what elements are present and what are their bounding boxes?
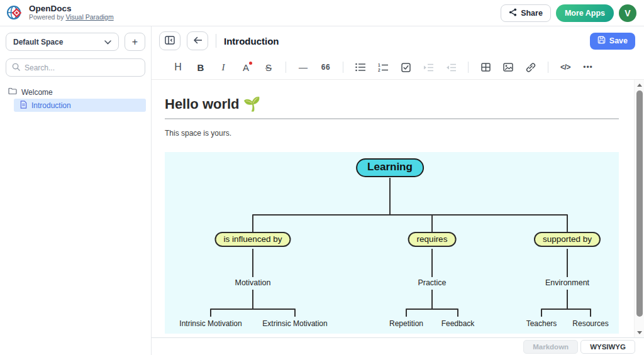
mindmap-leaf-label[interactable]: Feedback bbox=[441, 319, 475, 328]
color-dot-icon bbox=[249, 62, 252, 65]
task-list-button[interactable] bbox=[399, 60, 412, 75]
doc-header: Introduction Save bbox=[152, 26, 644, 55]
italic-button[interactable]: I bbox=[217, 60, 230, 75]
doc-heading: Hello world 🌱 bbox=[165, 96, 619, 112]
divider bbox=[548, 62, 548, 73]
mindmap-leaf-label[interactable]: Extrinsic Motivation bbox=[262, 319, 327, 328]
tree-item-introduction[interactable]: Introduction bbox=[14, 99, 146, 112]
mindmap-branch-label[interactable]: Practice bbox=[418, 278, 446, 287]
avatar[interactable]: V bbox=[619, 4, 636, 22]
table-button[interactable] bbox=[479, 60, 492, 75]
space-selector[interactable]: Default Space bbox=[6, 33, 119, 51]
divider bbox=[343, 62, 343, 73]
code-button[interactable]: </> bbox=[559, 60, 572, 75]
search-icon bbox=[12, 62, 20, 74]
svg-text:1: 1 bbox=[378, 63, 380, 67]
heading-rule bbox=[165, 118, 619, 119]
panel-toggle-icon bbox=[165, 36, 175, 46]
opendocs-app: OpenDocs Powered by Visual Paradigm Shar… bbox=[0, 0, 644, 355]
strikethrough-button[interactable]: S bbox=[262, 60, 275, 75]
opendocs-logo-icon bbox=[6, 4, 24, 22]
mindmap-connector-node[interactable]: is influenced by bbox=[214, 232, 291, 247]
heading-button[interactable]: H bbox=[172, 60, 184, 75]
divider bbox=[216, 34, 216, 48]
powered-by: Powered by Visual Paradigm bbox=[29, 14, 114, 21]
toggle-sidebar-button[interactable] bbox=[159, 31, 180, 50]
more-options-button[interactable]: ••• bbox=[582, 60, 594, 75]
add-space-button[interactable]: + bbox=[125, 33, 145, 51]
outdent-button[interactable] bbox=[445, 60, 457, 75]
link-button[interactable] bbox=[525, 60, 537, 75]
mindmap-branch-label[interactable]: Motivation bbox=[235, 278, 271, 287]
svg-text:2: 2 bbox=[378, 68, 380, 72]
wysiwyg-mode-button[interactable]: WYSIWYG bbox=[580, 340, 635, 354]
mindmap-connector-node[interactable]: requires bbox=[408, 232, 457, 247]
search-input[interactable] bbox=[25, 63, 139, 72]
scroll-up-icon[interactable] bbox=[635, 80, 644, 89]
back-arrow-icon bbox=[193, 36, 203, 46]
scrollbar-thumb[interactable] bbox=[636, 90, 643, 317]
mindmap-leaf-label[interactable]: Repetition bbox=[389, 319, 423, 328]
mindmap-leaf-label[interactable]: Teachers bbox=[526, 319, 557, 328]
folder-icon bbox=[8, 87, 17, 97]
chevron-down-icon bbox=[104, 38, 111, 46]
horizontal-rule-button[interactable]: — bbox=[297, 60, 309, 75]
save-button[interactable]: Save bbox=[590, 33, 635, 50]
share-button[interactable]: Share bbox=[501, 4, 551, 22]
mindmap-branch-label[interactable]: Environment bbox=[545, 278, 589, 287]
divider bbox=[286, 62, 286, 73]
header-actions: Share More Apps V bbox=[501, 4, 636, 22]
brand-text: OpenDocs Powered by Visual Paradigm bbox=[29, 4, 114, 21]
editor-canvas[interactable]: Hello world 🌱 This space is yours. bbox=[152, 80, 644, 337]
text-color-button[interactable]: A bbox=[240, 60, 252, 75]
back-button[interactable] bbox=[187, 31, 208, 50]
save-icon bbox=[597, 36, 606, 46]
mindmap-root-node[interactable]: Learning bbox=[356, 158, 424, 177]
vertical-scrollbar[interactable] bbox=[634, 80, 644, 337]
doc-paragraph: This space is yours. bbox=[165, 129, 619, 138]
mindmap-connector-node[interactable]: supported by bbox=[534, 232, 601, 247]
more-apps-button[interactable]: More Apps bbox=[556, 4, 614, 22]
markdown-mode-button[interactable]: Markdown bbox=[523, 340, 578, 354]
blockquote-button[interactable]: 66 bbox=[319, 60, 332, 75]
visual-paradigm-link[interactable]: Visual Paradigm bbox=[65, 13, 113, 21]
editor-mode-bar: Markdown WYSIWYG bbox=[152, 337, 644, 355]
sidebar: Default Space + Welcome bbox=[0, 26, 152, 355]
formatting-toolbar: H B I A S — 66 12 bbox=[152, 55, 644, 80]
page-title: Introduction bbox=[224, 36, 279, 46]
mindmap-leaf-label[interactable]: Intrinsic Motivation bbox=[179, 319, 242, 328]
app-name: OpenDocs bbox=[29, 4, 114, 14]
brand: OpenDocs Powered by Visual Paradigm bbox=[6, 4, 114, 22]
app-header: OpenDocs Powered by Visual Paradigm Shar… bbox=[0, 0, 644, 26]
image-button[interactable] bbox=[502, 60, 514, 75]
document-icon bbox=[19, 101, 27, 111]
bold-button[interactable]: B bbox=[194, 60, 207, 75]
share-icon bbox=[509, 8, 517, 18]
tree-item-welcome[interactable]: Welcome bbox=[0, 85, 151, 99]
page-tree: Welcome Introduction bbox=[0, 85, 151, 112]
divider bbox=[468, 62, 469, 73]
mindmap-leaf-label[interactable]: Resources bbox=[572, 319, 608, 328]
mindmap-diagram[interactable]: Learning is influenced by requires suppo… bbox=[165, 152, 619, 334]
numbered-list-button[interactable]: 12 bbox=[377, 60, 389, 75]
bullet-list-button[interactable] bbox=[354, 60, 367, 75]
search-box[interactable] bbox=[6, 58, 145, 77]
scroll-down-icon[interactable] bbox=[635, 328, 644, 337]
indent-button[interactable] bbox=[422, 60, 435, 75]
